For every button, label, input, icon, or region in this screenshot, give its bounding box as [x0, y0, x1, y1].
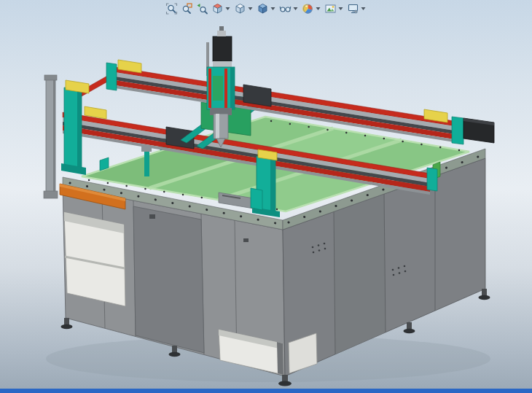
- hud-item-zoom-to-fit: [165, 1, 179, 16]
- right-face-mid-panel: [334, 194, 386, 354]
- hud-item-edit-appearance: [301, 1, 323, 16]
- tool-stand: [144, 150, 149, 176]
- panel-latch: [243, 238, 249, 242]
- rear-rail-left-cap: [106, 63, 117, 90]
- magnifier-icon: [166, 3, 178, 15]
- front-rail-right-cap: [427, 168, 437, 191]
- rear-rail-right-cap: [452, 117, 463, 144]
- hud-item-view-settings: [346, 1, 368, 16]
- left-open-compartment: [64, 212, 125, 306]
- monitor-icon: [348, 3, 359, 15]
- left-post[interactable]: [44, 75, 58, 198]
- cad-window: [0, 0, 532, 393]
- display-style-button[interactable]: [256, 1, 270, 16]
- dropdown-arrow-icon[interactable]: [316, 7, 321, 10]
- hud-item-previous-view: [195, 1, 210, 16]
- dropdown-arrow-icon[interactable]: [361, 7, 366, 10]
- hud-item-zoom-to-area: [180, 1, 195, 16]
- section-view-button[interactable]: [211, 1, 225, 16]
- door-latch: [149, 214, 155, 219]
- 3d-viewport[interactable]: [0, 0, 532, 389]
- hide-show-items-button[interactable]: [278, 1, 293, 16]
- hud-item-view-orientation: [233, 1, 255, 16]
- dropdown-arrow-icon[interactable]: [249, 7, 253, 10]
- hud-item-display-style: [256, 1, 278, 16]
- dropdown-arrow-icon[interactable]: [271, 7, 275, 10]
- apply-scene-button[interactable]: [324, 1, 338, 16]
- magnifier-area-icon: [181, 3, 193, 15]
- shaded-cube-icon: [257, 3, 269, 15]
- zoom-to-area-button[interactable]: [180, 1, 195, 16]
- z-motor[interactable]: [213, 36, 232, 61]
- dropdown-arrow-icon[interactable]: [339, 7, 343, 10]
- dropdown-arrow-icon[interactable]: [294, 7, 298, 10]
- glasses-icon: [280, 3, 292, 15]
- hud-item-hide-show-items: [278, 1, 300, 16]
- view-settings-button[interactable]: [346, 1, 361, 16]
- view-orientation-button[interactable]: [233, 1, 248, 16]
- scene-photo-icon: [325, 3, 337, 15]
- rear-rail-red-top: [115, 67, 463, 128]
- hud-item-apply-scene: [324, 1, 345, 16]
- machine-model[interactable]: [0, 0, 532, 393]
- view-cube-icon: [235, 3, 246, 15]
- magnifier-back-icon: [197, 3, 208, 15]
- z-rail-right: [224, 69, 227, 108]
- heads-up-toolbar: [165, 1, 368, 16]
- hud-item-section-view: [211, 1, 232, 16]
- color-sphere-icon: [302, 3, 314, 15]
- window-bottom-edge: [0, 389, 532, 393]
- zoom-to-fit-button[interactable]: [165, 1, 179, 16]
- cabinet-door-panel[interactable]: [133, 206, 204, 353]
- z-rail-left: [208, 69, 211, 108]
- previous-view-button[interactable]: [195, 1, 210, 16]
- section-cube-icon: [212, 3, 224, 15]
- dropdown-arrow-icon[interactable]: [226, 7, 230, 10]
- edit-appearance-button[interactable]: [301, 1, 316, 16]
